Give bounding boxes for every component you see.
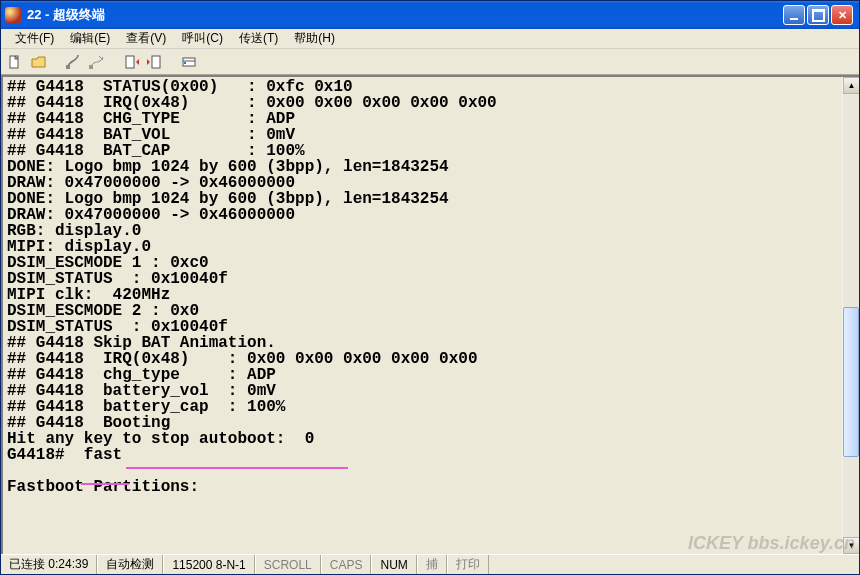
svg-rect-1 — [66, 65, 70, 69]
receive-icon[interactable] — [145, 52, 165, 72]
maximize-button[interactable] — [807, 5, 829, 25]
send-icon[interactable] — [121, 52, 141, 72]
minimize-button[interactable] — [783, 5, 805, 25]
open-file-icon[interactable] — [29, 52, 49, 72]
properties-icon[interactable] — [179, 52, 199, 72]
disconnect-icon[interactable] — [87, 52, 107, 72]
menu-bar: 文件(F) 编辑(E) 查看(V) 呼叫(C) 传送(T) 帮助(H) — [1, 29, 859, 49]
scroll-up-icon[interactable]: ▲ — [843, 77, 859, 94]
status-caps: CAPS — [321, 555, 372, 574]
scroll-down-icon[interactable]: ▼ — [843, 537, 859, 554]
window-frame: 22 - 超级终端 文件(F) 编辑(E) 查看(V) 呼叫(C) 传送(T) … — [0, 0, 860, 575]
terminal-area: ## G4418 STATUS(0x00) : 0xfc 0x10 ## G44… — [1, 75, 859, 554]
highlight-annotation-2 — [81, 483, 129, 485]
menu-help[interactable]: 帮助(H) — [286, 28, 343, 49]
status-bar: 已连接 0:24:39 自动检测 115200 8-N-1 SCROLL CAP… — [1, 554, 859, 574]
svg-rect-2 — [89, 65, 93, 69]
tool-bar — [1, 49, 859, 75]
scrollbar-track[interactable] — [843, 94, 859, 537]
menu-file[interactable]: 文件(F) — [7, 28, 62, 49]
scrollbar-thumb[interactable] — [843, 307, 859, 458]
window-title: 22 - 超级终端 — [27, 6, 783, 24]
close-button[interactable] — [831, 5, 853, 25]
title-bar[interactable]: 22 - 超级终端 — [1, 1, 859, 29]
status-scroll: SCROLL — [255, 555, 321, 574]
new-file-icon[interactable] — [5, 52, 25, 72]
status-connection: 已连接 0:24:39 — [1, 555, 97, 574]
status-print: 打印 — [447, 555, 489, 574]
status-num: NUM — [371, 555, 416, 574]
status-detect: 自动检测 — [97, 555, 163, 574]
svg-rect-8 — [184, 62, 186, 64]
svg-rect-5 — [152, 56, 160, 68]
app-icon — [5, 7, 21, 23]
svg-rect-4 — [126, 56, 134, 68]
menu-transfer[interactable]: 传送(T) — [231, 28, 286, 49]
menu-call[interactable]: 呼叫(C) — [174, 28, 231, 49]
connect-icon[interactable] — [63, 52, 83, 72]
menu-edit[interactable]: 编辑(E) — [62, 28, 118, 49]
menu-view[interactable]: 查看(V) — [118, 28, 174, 49]
highlight-annotation-1 — [126, 467, 348, 469]
status-capture: 捕 — [417, 555, 447, 574]
scrollbar-vertical[interactable]: ▲ ▼ — [842, 77, 859, 554]
status-baud: 115200 8-N-1 — [163, 555, 254, 574]
